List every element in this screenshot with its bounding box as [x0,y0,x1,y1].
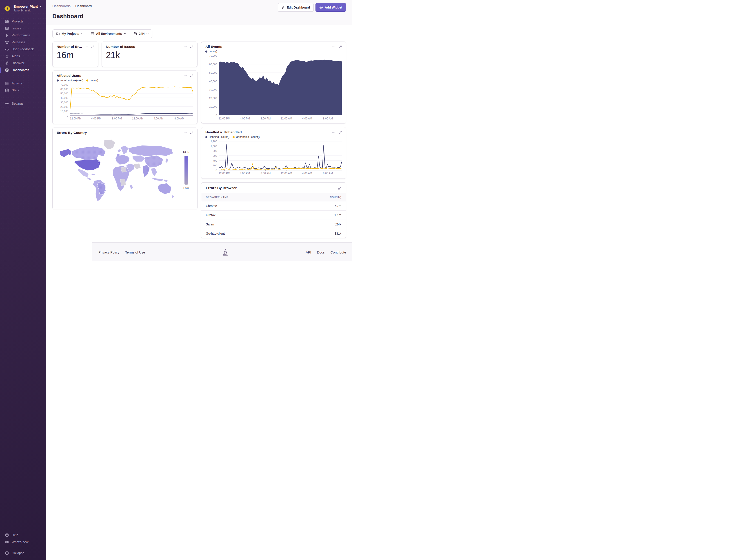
browser-name-cell: Chrome [201,201,289,211]
expand-icon[interactable] [190,74,193,78]
more-icon[interactable] [332,45,335,48]
expand-icon[interactable] [190,131,193,135]
chart-canvas [219,141,342,170]
axis-label: 0 [216,114,217,117]
count-cell: 1.1m [289,211,346,220]
browser-name-cell: Firefox [201,211,289,220]
handled-chart: 02004006008001,0001,20012:00 PM4:00 PM8:… [206,141,342,171]
widget-title: Errors By Country [57,131,87,135]
edit-dashboard-button[interactable]: Edit Dashboard [278,3,314,12]
axis-label: 200 [213,164,217,167]
expand-icon[interactable] [91,45,94,48]
sidebar-item-releases[interactable]: Releases [0,39,46,46]
x-axis: 12:00 PM4:00 PM8:00 PM12:00 AM4:00 AM8:0… [219,117,342,121]
org-name: Empower Plant [14,4,38,8]
axis-tick [245,170,245,171]
widget-title: Errors By Browser [206,186,237,190]
sidebar-item-projects[interactable]: Projects [0,18,46,25]
more-icon[interactable] [183,45,187,48]
legend-dot [206,136,207,138]
footer-link[interactable]: Terms of Use [125,251,145,254]
pencil-icon [282,6,285,9]
widget-all-events: All Events count() 010,00020,00030,00040… [201,42,346,123]
more-icon[interactable] [332,186,335,190]
sidebar-item-activity[interactable]: Activity [0,80,46,87]
widget-handled-v-unhandled: Handled v. Unhandled Handled : count()Un… [201,127,346,179]
legend-item[interactable]: count() [86,79,98,82]
x-axis: 12:00 PM4:00 PM8:00 PM12:00 AM4:00 AM8:0… [219,172,342,176]
legend-item[interactable]: count() [206,50,217,53]
footer-right-links: APIDocsContribute [306,251,346,254]
sidebar-item-label: Settings [12,102,23,105]
axis-tick [96,115,96,116]
sidebar-item-discover[interactable]: Discover [0,60,46,67]
widget-title: All Events [206,45,222,49]
sidebar-nav: Projects Issues Performance Releases Use… [0,18,46,107]
axis-label: 50,000 [60,92,68,95]
footer-link[interactable]: Contribute [331,251,346,254]
page-footer: Privacy PolicyTerms of Use APIDocsContri… [92,242,352,261]
map-legend: High Low [179,135,193,207]
all-events-chart: 010,00020,00030,00040,00050,00060,00070,… [206,56,342,115]
legend-item[interactable]: Handled : count() [206,135,229,139]
time-range-filter[interactable]: 24H [130,29,152,38]
axis-tick [158,115,159,116]
more-icon[interactable] [332,131,335,134]
footer-link[interactable]: Docs [317,251,325,254]
sidebar-item-issues[interactable]: Issues [0,25,46,32]
axis-tick [76,115,76,116]
gear-icon [5,101,9,105]
sidebar-item-label: Stats [12,88,19,92]
axis-label: 20,000 [60,105,68,108]
axis-label: 8:00 PM [112,117,122,120]
sidebar-item-performance[interactable]: Performance [0,32,46,39]
issues-icon [5,26,9,30]
breadcrumb-current: Dashboard [75,4,92,8]
sidebar-item-dashboards[interactable]: Dashboards [0,67,46,74]
breadcrumb-dashboards[interactable]: Dashboards [52,4,71,8]
axis-label: 4:00 PM [240,172,250,175]
footer-link[interactable]: Privacy Policy [98,251,119,254]
project-filter[interactable]: My Projects [53,29,87,38]
chevron-down-icon [81,33,83,35]
expand-icon[interactable] [190,45,193,48]
table-row: Firefox1.1m [201,211,346,220]
world-map [57,135,179,207]
errors-by-browser-table: BROWSER.NAME COUNT() Chrome7.7mFirefox1.… [201,193,346,238]
sidebar: Empower Plant Jane Schmidt Projects Issu… [0,0,46,261]
axis-label: 600 [213,155,217,157]
legend-item[interactable]: count_unique(user) [57,79,83,82]
sidebar-item-settings[interactable]: Settings [0,100,46,107]
folder-code-icon [56,32,60,36]
sidebar-item-label: Discover [12,61,24,65]
folder-code-icon [5,19,9,23]
expand-icon[interactable] [338,186,341,190]
sidebar-item-alerts[interactable]: Alerts [0,53,46,60]
expand-icon[interactable] [338,45,342,48]
axis-label: 12:00 PM [219,117,230,120]
axis-tick [286,170,287,171]
axis-label: 70,000 [209,54,217,57]
expand-icon[interactable] [338,131,342,134]
axis-label: 12:00 AM [280,117,292,120]
column-header: COUNT() [289,193,346,201]
sidebar-item-user-feedback[interactable]: User Feedback [0,46,46,53]
breadcrumb-separator-icon: › [72,4,74,8]
page-title: Dashboard [52,13,346,20]
more-icon[interactable] [84,45,88,48]
axis-label: 4:00 PM [240,117,250,120]
more-icon[interactable] [183,131,187,135]
axis-label: 0 [67,114,68,117]
legend-item[interactable]: Unhandled : count() [233,135,259,139]
org-switcher[interactable]: Empower Plant Jane Schmidt [0,3,46,14]
active-indicator [0,67,1,73]
widget-title: Affected Users [57,74,81,78]
headset-icon [5,47,9,51]
footer-link[interactable]: API [306,251,311,254]
more-icon[interactable] [183,74,187,78]
add-widget-button[interactable]: Add Widget [315,3,346,12]
axis-label: 40,000 [209,80,217,83]
table-row: Go-http-client331k [201,229,346,238]
environment-filter[interactable]: All Environments [87,29,130,38]
sidebar-item-stats[interactable]: Stats [0,87,46,94]
